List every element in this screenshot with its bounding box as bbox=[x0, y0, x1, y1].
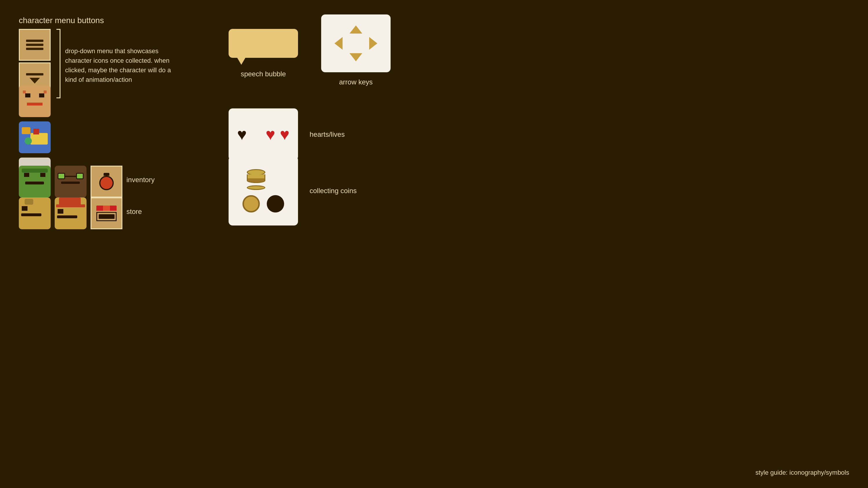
detail1 bbox=[22, 127, 30, 134]
horn bbox=[25, 199, 33, 205]
dropdown-description-text: drop-down menu that showcases character … bbox=[65, 29, 181, 85]
arrow-keys-box bbox=[321, 14, 391, 72]
bottom-icons-row2: store bbox=[19, 197, 142, 229]
down-arrow-icon bbox=[349, 53, 362, 61]
char-lizard-hat[interactable] bbox=[55, 197, 87, 229]
hearts-label: hearts/lives bbox=[310, 130, 345, 138]
heart-empty: ♥ bbox=[251, 126, 261, 142]
heart-dark-full: ♥ bbox=[237, 126, 247, 142]
right-arrow-icon bbox=[369, 37, 377, 50]
menu-button-icon[interactable] bbox=[19, 29, 51, 61]
hamburger-icon bbox=[26, 40, 43, 50]
left-arrow-icon bbox=[335, 37, 343, 50]
store-icon bbox=[96, 205, 117, 221]
bubble-body bbox=[228, 29, 298, 58]
eye-r bbox=[40, 173, 45, 177]
coin-3d-stack bbox=[247, 169, 265, 183]
speech-bubble-section: speech bubble bbox=[228, 29, 298, 78]
store-label: store bbox=[126, 197, 142, 216]
coins-row1 bbox=[247, 169, 280, 183]
heart-red-half: ♥ bbox=[266, 126, 275, 142]
coins-section: collecting coins bbox=[228, 156, 357, 226]
bar2 bbox=[26, 44, 43, 46]
hearts-box: ♥ ♥ ♥ ♥ bbox=[228, 108, 298, 160]
store-box[interactable] bbox=[91, 197, 122, 229]
glasses-l bbox=[58, 173, 65, 179]
mouth bbox=[25, 182, 44, 185]
face-icon-colorful bbox=[19, 122, 51, 153]
inv-store-boxes bbox=[91, 166, 122, 197]
arrow-keys-section: arrow keys bbox=[321, 14, 391, 86]
inventory-box[interactable] bbox=[91, 166, 122, 197]
arrow-top-row bbox=[349, 26, 362, 34]
coins-box bbox=[228, 156, 298, 226]
eye-right bbox=[39, 93, 44, 97]
body bbox=[23, 203, 46, 221]
speech-bubble-label: speech bubble bbox=[241, 70, 286, 78]
coin-flat-dark bbox=[267, 195, 284, 213]
bar3 bbox=[26, 48, 43, 50]
blush-left bbox=[23, 91, 26, 93]
eye bbox=[22, 206, 28, 211]
detail4 bbox=[25, 137, 32, 144]
page-title: character menu buttons bbox=[19, 16, 104, 25]
char-glasses-face[interactable] bbox=[55, 166, 87, 197]
detail3 bbox=[33, 129, 39, 134]
coins-row2 bbox=[247, 185, 280, 190]
mouth bbox=[61, 182, 80, 184]
potion-top bbox=[103, 173, 110, 176]
char-face-icon-2[interactable] bbox=[19, 122, 51, 153]
snout bbox=[21, 214, 41, 216]
s2 bbox=[103, 205, 110, 211]
arrow-mid-row bbox=[335, 37, 377, 50]
char-face-icon-1[interactable] bbox=[19, 85, 51, 117]
store-text-bar bbox=[99, 214, 115, 219]
storefront bbox=[96, 212, 117, 221]
glasses-bridge bbox=[65, 176, 76, 177]
dropdown-icon bbox=[26, 73, 43, 84]
bracket-description: drop-down menu that showcases character … bbox=[56, 29, 181, 98]
eye bbox=[58, 209, 63, 214]
eye-l bbox=[24, 173, 29, 177]
snout bbox=[57, 216, 77, 218]
blush-right bbox=[44, 91, 46, 93]
inventory-label: inventory bbox=[126, 166, 155, 184]
hearts-section: ♥ ♥ ♥ ♥ hearts/lives bbox=[228, 108, 345, 160]
char-menu-buttons bbox=[19, 29, 51, 94]
up-arrow-icon bbox=[349, 26, 362, 34]
bubble-tail bbox=[237, 58, 245, 65]
mouth bbox=[27, 103, 42, 105]
potion-icon bbox=[99, 173, 114, 190]
arrow-keys-label: arrow keys bbox=[339, 78, 373, 86]
bar1 bbox=[26, 40, 43, 42]
hat-brim bbox=[56, 204, 85, 207]
bracket-symbol bbox=[56, 29, 60, 98]
s1 bbox=[96, 205, 103, 211]
detail2 bbox=[30, 133, 48, 144]
eye-left bbox=[25, 93, 30, 97]
dropdown-triangle bbox=[30, 78, 40, 84]
coins-row3 bbox=[243, 195, 284, 213]
speech-bubble bbox=[228, 29, 298, 58]
coin-flat-gold bbox=[243, 195, 260, 213]
coin-oval-bot bbox=[247, 178, 265, 183]
bar1 bbox=[26, 73, 43, 75]
style-guide-label: style guide: iconography/symbols bbox=[755, 469, 849, 477]
face-icon-tan bbox=[19, 85, 51, 117]
hair bbox=[22, 168, 48, 172]
glasses-r bbox=[76, 173, 84, 179]
arrow-bottom-row bbox=[349, 53, 362, 61]
potion-body bbox=[99, 176, 114, 190]
awning bbox=[96, 205, 117, 211]
collecting-coins-label: collecting coins bbox=[310, 187, 357, 195]
heart-red-full: ♥ bbox=[280, 126, 289, 142]
coin-top-arc bbox=[247, 185, 265, 190]
char-lizard-1[interactable] bbox=[19, 197, 51, 229]
char-green-face[interactable] bbox=[19, 166, 51, 197]
s3 bbox=[110, 205, 117, 211]
bottom-icons-row1: inventory bbox=[19, 166, 155, 197]
